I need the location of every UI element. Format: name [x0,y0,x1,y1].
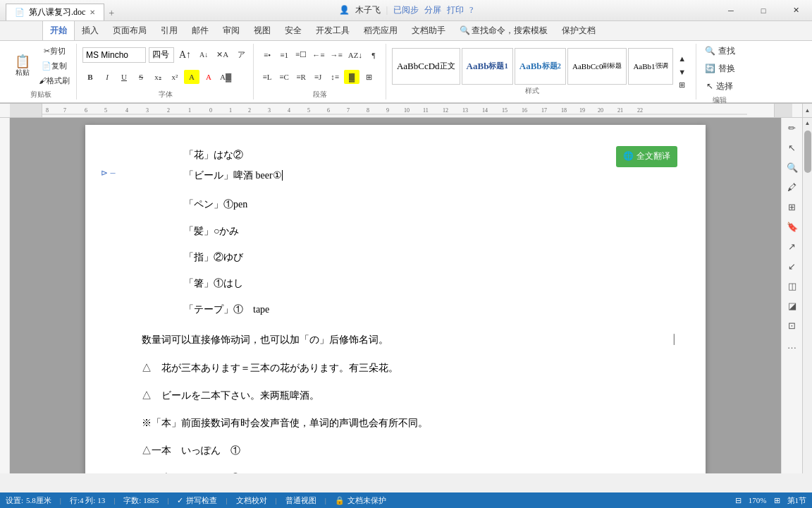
italic-button[interactable]: I [99,70,115,84]
justify-button[interactable]: ≡J [310,70,326,84]
maximize-button[interactable]: □ [747,0,780,20]
show-marks-button[interactable]: ¶ [366,48,381,62]
tab-rice[interactable]: 稻壳应用 [357,20,405,40]
scroll-up-arrow[interactable]: ▲ [803,118,813,128]
status-viewmode[interactable]: 普通视图 [285,495,316,506]
underline-button[interactable]: U [116,70,132,84]
copy-button[interactable]: 📄复制 [37,59,72,73]
styles-up-button[interactable]: ▲ [675,52,690,66]
status-spell[interactable]: ✓ 拼写检查 [177,495,217,506]
tab-reference[interactable]: 引用 [154,20,185,40]
bold-button[interactable]: B [82,70,98,84]
sort-button[interactable]: AZ↓ [346,48,364,62]
vscroll-top-arrow[interactable]: ▲ [802,104,812,118]
phonetic-button[interactable]: ア [233,48,249,62]
tab-mail[interactable]: 邮件 [185,20,216,40]
document-tab[interactable]: 📄 第八课复习.doc ✕ [6,4,104,20]
tab-review[interactable]: 审阅 [216,20,247,40]
align-center-button[interactable]: ≡C [276,70,292,84]
increase-indent-button[interactable]: →≡ [328,48,345,62]
align-right-button[interactable]: ≡R [293,70,309,84]
print-label[interactable]: 打印 [447,4,464,16]
tab-pagelayout[interactable]: 页面布局 [106,20,154,40]
sidebar-icon-highlight[interactable]: 🖍 [785,180,800,195]
clipboard-row: 📋 粘贴 ✂剪切 📄复制 🖌格式刷 [10,44,72,88]
sidebar-icon-zoom-in[interactable]: 🔍 [785,160,800,176]
format-painter-button[interactable]: 🖌格式刷 [37,74,72,88]
clear-format-button[interactable]: ✕A [214,48,230,62]
find-button[interactable]: 🔍查找 [702,44,738,59]
style-heading2[interactable]: AaBb标题2 [515,48,566,85]
title-bar: 📄 第八课复习.doc ✕ + 👤 木子飞 | 已阅步 分屏 打印 ? ─ □ … [0,0,812,21]
outline-list-button[interactable]: ≡☐ [293,48,309,62]
border-button[interactable]: ⊞ [361,70,376,84]
vertical-scrollbar[interactable]: ▲ [802,118,812,473]
tab-insert[interactable]: 插入 [75,20,106,40]
share-label[interactable]: 已阅步 [393,4,419,16]
select-button[interactable]: ↖选择 [703,79,736,94]
tab-assistant[interactable]: 文档助手 [405,20,453,40]
svg-text:7: 7 [347,107,350,114]
style-heading1[interactable]: AaBb标题1 [462,48,513,85]
decrease-indent-button[interactable]: ←≡ [310,48,326,62]
svg-text:16: 16 [522,107,527,114]
help-icon[interactable]: ? [469,5,473,16]
styles-expand-button[interactable]: ⊞ [675,78,690,92]
sidebar-icon-import[interactable]: ↙ [785,259,800,274]
replace-button[interactable]: 🔄替换 [702,61,738,76]
font-color-button[interactable]: A [201,70,216,84]
cut-copy-area: ✂剪切 📄复制 🖌格式刷 [37,44,72,88]
subscript-button[interactable]: x₂ [150,70,166,84]
document-scroll[interactable]: ⊳ ─ 🌐 全文翻译 「花」はな② 「ビール」啤酒 beer① 「ペン」①pen [10,118,781,473]
tab-protect[interactable]: 保护文档 [555,20,603,40]
sidebar-icon-export[interactable]: ↗ [785,239,800,255]
status-zoom-out[interactable]: ⊟ [735,496,742,505]
tab-close-icon[interactable]: ✕ [90,8,95,16]
style-normal[interactable]: AaBbCcDd正文 [392,48,460,85]
shrink-font-button[interactable]: A↓ [196,48,211,62]
tab-search[interactable]: 🔍查找命令，搜索模板 [453,20,555,40]
sidebar-icon-cursor[interactable]: ↖ [785,140,800,156]
sidebar-icon-pencil[interactable]: ✏ [785,121,800,136]
line-text-12: △一本 いっぽん ① [142,445,240,456]
font-name-input[interactable] [82,47,146,63]
status-textcheck[interactable]: 文档校对 [236,495,267,506]
cut-button[interactable]: ✂剪切 [37,44,72,59]
sidebar-icon-more[interactable]: … [785,338,800,353]
char-shading-button[interactable]: A▓ [218,70,233,84]
strikethrough-button[interactable]: S [133,70,149,84]
status-zoom-in[interactable]: ⊞ [774,496,780,505]
right-sidebar: ✏ ↖ 🔍 🖍 ⊞ 🔖 ↗ ↙ ◫ ◪ ⊡ … [781,118,802,473]
grow-font-button[interactable]: A↑ [177,48,193,62]
fill-color-button[interactable]: ▓ [344,70,359,84]
doc-line-blank7 [142,352,663,356]
tab-view[interactable]: 视图 [247,20,278,40]
numbered-list-button[interactable]: ≡1 [276,48,292,62]
sidebar-icon-grid[interactable]: ⊡ [785,318,800,334]
tab-developer[interactable]: 开发工具 [309,20,357,40]
split-label[interactable]: 分屏 [424,4,441,16]
add-tab-button[interactable]: + [104,8,118,19]
align-left-button[interactable]: ≡L [259,70,275,84]
font-size-input[interactable] [149,47,174,63]
style-custom2[interactable]: AaBb1强调 [628,48,672,85]
translate-button[interactable]: 🌐 全文翻译 [616,146,677,167]
paragraph-comment-icon[interactable]: ⊳ ─ [101,164,116,181]
scroll-thumb[interactable] [804,131,811,173]
close-button[interactable]: ✕ [780,0,812,20]
sidebar-icon-bookmark[interactable]: 🔖 [785,219,800,235]
sidebar-icon-table[interactable]: ⊞ [785,200,800,215]
bullet-list-button[interactable]: ≡• [259,48,275,62]
line-spacing-button[interactable]: ↕≡ [327,70,343,84]
status-protect[interactable]: 🔒 文档未保护 [335,495,386,506]
tab-security[interactable]: 安全 [278,20,309,40]
style-custom1[interactable]: AaBbCc0副标题 [567,48,627,85]
sidebar-icon-split[interactable]: ◫ [785,279,800,294]
sidebar-icon-layout[interactable]: ◪ [785,298,800,314]
tab-start[interactable]: 开始 [42,20,75,40]
minimize-button[interactable]: ─ [715,0,747,20]
highlight-button[interactable]: A [184,70,199,84]
paste-button[interactable]: 📋 粘贴 [10,44,35,88]
superscript-button[interactable]: x² [167,70,183,84]
styles-down-button[interactable]: ▼ [675,65,690,78]
